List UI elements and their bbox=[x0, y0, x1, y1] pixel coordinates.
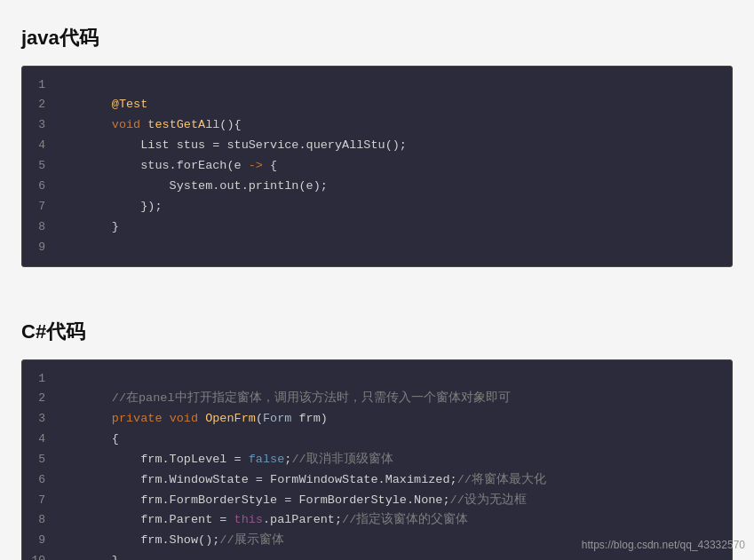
line-number: 6 bbox=[22, 470, 54, 491]
code-line: 4 List stus = stuService.queryAllStu(); bbox=[22, 136, 732, 156]
code-line: 6 System.out.println(e); bbox=[22, 177, 732, 197]
line-content bbox=[54, 369, 732, 389]
code-line: 2 //在panel中打开指定窗体，调用该方法时，只需传入一个窗体对象即可 bbox=[22, 389, 732, 409]
line-content: frm.TopLevel = false;//取消非顶级窗体 bbox=[54, 450, 732, 470]
line-content: { bbox=[54, 430, 732, 450]
code-line: 3 private void OpenFrm(Form frm) bbox=[22, 409, 732, 430]
line-content bbox=[54, 75, 732, 95]
line-content: frm.WindowState = FormWindowState.Maximi… bbox=[54, 470, 732, 491]
line-content bbox=[54, 238, 732, 257]
code-line: 10 } bbox=[22, 551, 732, 560]
line-number: 8 bbox=[22, 217, 54, 238]
watermark: https://blog.csdn.net/qq_43332570 bbox=[582, 539, 745, 551]
java-section-title: java代码 bbox=[21, 25, 733, 51]
code-line: 5 frm.TopLevel = false;//取消非顶级窗体 bbox=[22, 450, 732, 470]
line-number: 6 bbox=[22, 177, 54, 197]
code-line: 5 stus.forEach(e -> { bbox=[22, 156, 732, 177]
csharp-section-title: C#代码 bbox=[21, 319, 733, 345]
line-number: 5 bbox=[22, 450, 54, 470]
line-number: 4 bbox=[22, 430, 54, 450]
line-number: 7 bbox=[22, 491, 54, 511]
line-number: 9 bbox=[22, 531, 54, 551]
line-content: stus.forEach(e -> { bbox=[54, 156, 732, 177]
line-number: 1 bbox=[22, 369, 54, 389]
line-number: 4 bbox=[22, 136, 54, 156]
code-line: 7 frm.FormBorderStyle = FormBorderStyle.… bbox=[22, 491, 732, 511]
line-number: 5 bbox=[22, 156, 54, 177]
line-content: frm.FormBorderStyle = FormBorderStyle.No… bbox=[54, 491, 732, 511]
code-line: 6 frm.WindowState = FormWindowState.Maxi… bbox=[22, 470, 732, 491]
line-content: System.out.println(e); bbox=[54, 177, 732, 197]
csharp-code-block: 1 2 //在panel中打开指定窗体，调用该方法时，只需传入一个窗体对象即可 … bbox=[21, 359, 733, 560]
java-code-block: 1 2 @Test 3 void testGetAll(){ 4 List st… bbox=[21, 66, 733, 267]
line-number: 2 bbox=[22, 389, 54, 409]
line-number: 3 bbox=[22, 409, 54, 430]
line-content: } bbox=[54, 551, 732, 560]
line-content: }); bbox=[54, 197, 732, 217]
line-content: } bbox=[54, 217, 732, 238]
line-content: @Test bbox=[54, 95, 732, 115]
line-content: void testGetAll(){ bbox=[54, 115, 732, 136]
line-content: frm.Parent = this.palParent;//指定该窗体的父窗体 bbox=[54, 510, 732, 531]
line-number: 10 bbox=[22, 551, 54, 560]
code-line: 3 void testGetAll(){ bbox=[22, 115, 732, 136]
code-line: 1 bbox=[22, 75, 732, 95]
line-number: 3 bbox=[22, 115, 54, 136]
code-line: 2 @Test bbox=[22, 95, 732, 115]
line-number: 1 bbox=[22, 75, 54, 95]
line-content: List stus = stuService.queryAllStu(); bbox=[54, 136, 732, 156]
line-number: 8 bbox=[22, 510, 54, 531]
code-line: 8 frm.Parent = this.palParent;//指定该窗体的父窗… bbox=[22, 510, 732, 531]
code-line: 4 { bbox=[22, 430, 732, 450]
code-line: 7 }); bbox=[22, 197, 732, 217]
line-content: private void OpenFrm(Form frm) bbox=[54, 409, 732, 430]
code-line: 8 } bbox=[22, 217, 732, 238]
code-line: 1 bbox=[22, 369, 732, 389]
line-content: //在panel中打开指定窗体，调用该方法时，只需传入一个窗体对象即可 bbox=[54, 389, 732, 409]
code-line: 9 bbox=[22, 238, 732, 257]
line-number: 9 bbox=[22, 238, 54, 257]
line-number: 7 bbox=[22, 197, 54, 217]
line-number: 2 bbox=[22, 95, 54, 115]
